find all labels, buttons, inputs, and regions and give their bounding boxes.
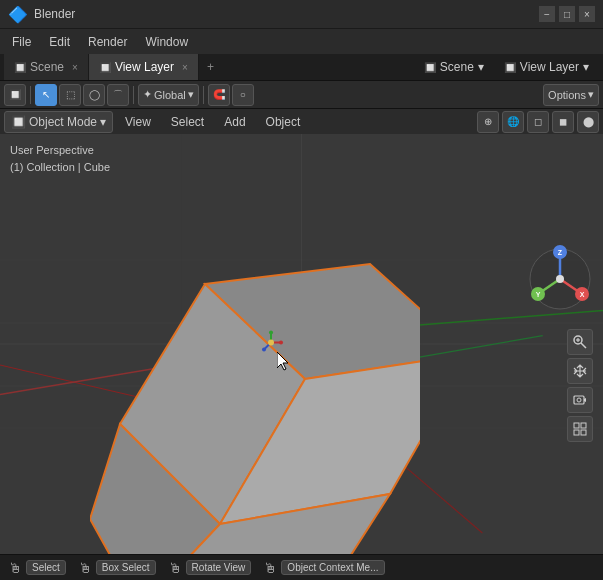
cube-3d: [90, 254, 420, 554]
grid-tool-button[interactable]: [567, 416, 593, 442]
main-content: 🔲 ↖ ⬚ ◯ ⌒ ✦ Global ▾ 🧲 ○ Options: [0, 80, 603, 554]
lasso-select-button[interactable]: ⌒: [107, 84, 129, 106]
title-bar-title: Blender: [34, 7, 533, 21]
header-bar: 🔲 Object Mode ▾ View Select Add Object ⊕…: [0, 108, 603, 134]
viewport-overlay-btn[interactable]: 🌐: [502, 111, 524, 133]
object-mode-icon: 🔲: [11, 115, 26, 129]
proportional-icon: ○: [240, 89, 246, 100]
viewport-shading-btn[interactable]: ⊕: [477, 111, 499, 133]
svg-rect-48: [574, 430, 579, 435]
toolbar-separator-1: [30, 86, 31, 104]
circle-select-button[interactable]: ◯: [83, 84, 105, 106]
mouse-menu-icon: 🖱: [263, 560, 277, 576]
shading-icon: ⊕: [484, 116, 492, 127]
menu-bar: File Edit Render Window: [0, 28, 603, 54]
object-mode-dropdown[interactable]: 🔲 Object Mode ▾: [4, 111, 113, 133]
menu-window[interactable]: Window: [137, 33, 196, 51]
viewlayer-label: View Layer: [520, 60, 579, 74]
box-select-icon: ⬚: [66, 89, 75, 100]
collection-label: (1) Collection | Cube: [10, 159, 110, 176]
add-tab-button[interactable]: +: [199, 54, 222, 80]
scene-tab-label: Scene: [30, 60, 64, 74]
svg-line-40: [581, 343, 586, 348]
box-select-key: Box Select: [96, 560, 156, 575]
navigation-gizmo[interactable]: Z X Y: [525, 244, 595, 314]
viewport[interactable]: User Perspective (1) Collection | Cube Z…: [0, 134, 603, 554]
pivot-dropdown[interactable]: ✦ Global ▾: [138, 84, 199, 106]
menu-edit[interactable]: Edit: [41, 33, 78, 51]
material-icon: ⬤: [583, 116, 594, 127]
view-layer-tab-icon: 🔲: [99, 62, 111, 73]
select-tool-button[interactable]: ↖: [35, 84, 57, 106]
perspective-label: User Perspective: [10, 142, 110, 159]
mouse-left-icon: 🖱: [8, 560, 22, 576]
header-add[interactable]: Add: [216, 113, 253, 131]
tab-scene[interactable]: 🔲 Scene ×: [4, 54, 89, 80]
options-label: Options: [548, 89, 586, 101]
select-key: Select: [26, 560, 66, 575]
blender-logo: 🔷: [8, 5, 28, 24]
snap-icon: 🧲: [213, 89, 225, 100]
toolbar-separator-3: [203, 86, 204, 104]
header-object[interactable]: Object: [258, 113, 309, 131]
svg-text:X: X: [580, 291, 585, 298]
viewlayer-icon: 🔲: [504, 62, 516, 73]
workspace-viewlayer-dropdown[interactable]: 🔲 View Layer ▾: [496, 58, 597, 76]
workspace-right-area: 🔲 Scene ▾ 🔲 View Layer ▾: [416, 54, 603, 80]
svg-text:Y: Y: [536, 291, 541, 298]
header-right-area: ⊕ 🌐 ◻ ◼ ⬤: [477, 111, 599, 133]
object-mode-label: Object Mode: [29, 115, 97, 129]
context-key: Object Context Me...: [281, 560, 384, 575]
viewport-rendered-btn[interactable]: ◼: [552, 111, 574, 133]
status-rotate: 🖱 Rotate View: [168, 560, 252, 576]
svg-text:Z: Z: [558, 249, 563, 256]
editor-type-icon: 🔲: [9, 89, 21, 100]
maximize-button[interactable]: □: [559, 6, 575, 22]
toolbar-right: Options ▾: [543, 84, 599, 106]
viewport-toolbar: 🔲 ↖ ⬚ ◯ ⌒ ✦ Global ▾ 🧲 ○ Options: [0, 80, 603, 108]
status-context: 🖱 Object Context Me...: [263, 560, 384, 576]
status-bar: 🖱 Select 🖱 Box Select 🖱 Rotate View 🖱 Ob…: [0, 554, 603, 580]
pan-tool-button[interactable]: [567, 358, 593, 384]
pivot-label: Global: [154, 89, 186, 101]
minimize-button[interactable]: −: [539, 6, 555, 22]
viewport-wireframe-btn[interactable]: ◻: [527, 111, 549, 133]
proportional-edit-button[interactable]: ○: [232, 84, 254, 106]
rotate-key: Rotate View: [186, 560, 252, 575]
zoom-tool-button[interactable]: [567, 329, 593, 355]
title-bar-controls: − □ ×: [539, 6, 595, 22]
scene-icon: 🔲: [424, 62, 436, 73]
rendered-icon: ◼: [559, 116, 567, 127]
close-button[interactable]: ×: [579, 6, 595, 22]
wireframe-icon: ◻: [534, 116, 542, 127]
svg-rect-43: [574, 396, 584, 404]
right-tool-buttons: [567, 329, 593, 442]
scene-tab-close[interactable]: ×: [72, 62, 78, 73]
menu-render[interactable]: Render: [80, 33, 135, 51]
overlay-icon: 🌐: [507, 116, 519, 127]
editor-type-button[interactable]: 🔲: [4, 84, 26, 106]
header-select[interactable]: Select: [163, 113, 212, 131]
view-layer-tab-label: View Layer: [115, 60, 174, 74]
snap-button[interactable]: 🧲: [208, 84, 230, 106]
title-bar: 🔷 Blender − □ ×: [0, 0, 603, 28]
svg-point-38: [556, 275, 564, 283]
header-view[interactable]: View: [117, 113, 159, 131]
chevron-down-icon2: ▾: [583, 60, 589, 74]
svg-rect-47: [581, 423, 586, 428]
camera-tool-button[interactable]: [567, 387, 593, 413]
mouse-mid-icon: 🖱: [78, 560, 92, 576]
workspace-scene-dropdown[interactable]: 🔲 Scene ▾: [416, 58, 492, 76]
viewport-material-btn[interactable]: ⬤: [577, 111, 599, 133]
svg-point-45: [577, 398, 581, 402]
view-layer-tab-close[interactable]: ×: [182, 62, 188, 73]
options-dropdown[interactable]: Options ▾: [543, 84, 599, 106]
tab-view-layer[interactable]: 🔲 View Layer ×: [89, 54, 199, 80]
lasso-icon: ⌒: [113, 88, 123, 102]
svg-rect-49: [581, 430, 586, 435]
chevron-down-icon: ▾: [478, 60, 484, 74]
scene-label: Scene: [440, 60, 474, 74]
object-mode-chevron: ▾: [100, 115, 106, 129]
box-select-button[interactable]: ⬚: [59, 84, 81, 106]
menu-file[interactable]: File: [4, 33, 39, 51]
